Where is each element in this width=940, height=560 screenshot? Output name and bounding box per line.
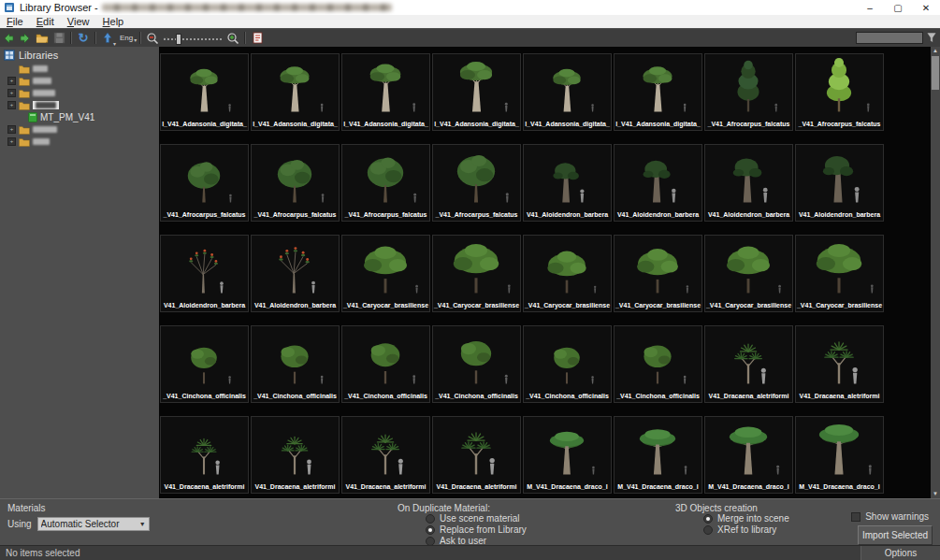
menu-view[interactable]: View [61, 15, 96, 28]
grid-item[interactable]: _V41_Cinchona_officinalis [341, 325, 430, 403]
grid-item[interactable]: l_V41_Adansonia_digitata_ [341, 53, 430, 131]
radio-button[interactable] [703, 525, 713, 535]
expander-icon[interactable]: + [7, 89, 16, 97]
maximize-button[interactable]: ▢ [884, 0, 912, 15]
radio-button[interactable] [703, 514, 713, 524]
objects-creation-option-1[interactable]: XRef to library [703, 524, 789, 535]
grid-item[interactable]: l_V41_Adansonia_digitata_ [614, 53, 702, 131]
expander-icon[interactable]: + [7, 125, 16, 134]
close-button[interactable]: ✕ [912, 0, 940, 15]
filter-funnel-icon[interactable] [925, 32, 938, 44]
radio-button[interactable] [426, 514, 435, 524]
grid-item[interactable]: l_V41_Adansonia_digitata_ [523, 53, 612, 131]
grid-item-label: M_V41_Dracaena_draco_l [705, 481, 792, 493]
tree-item-folder[interactable]: + [0, 123, 159, 136]
grid-item[interactable]: _V41_Afrocarpus_falcatus [160, 144, 249, 222]
expander-icon[interactable]: + [7, 137, 16, 146]
grid-item[interactable]: V41_Aloidendron_barbera [795, 144, 884, 222]
grid-item[interactable]: _V41_Afrocarpus_falcatus [341, 144, 430, 222]
grid-item[interactable]: V41_Dracaena_aletriformi [704, 325, 793, 403]
radio-label: Merge into scene [717, 513, 789, 524]
grid-item[interactable]: _V41_Cinchona_officinalis [432, 325, 521, 403]
grid-item[interactable]: _V41_Afrocarpus_falcatus [795, 53, 884, 131]
refresh-button[interactable]: ↻ [75, 31, 92, 46]
zoom-in-button[interactable] [224, 31, 241, 46]
options-button[interactable]: Options [860, 546, 940, 560]
grid-item[interactable]: _V41_Caryocar_brasiliense [795, 235, 884, 312]
grid-item[interactable]: V41_Aloidendron_barbera [251, 235, 340, 312]
forward-button[interactable] [17, 31, 34, 46]
tree-item-folder[interactable]: + [0, 136, 159, 148]
grid-item[interactable]: V41_Dracaena_aletriformi [341, 416, 430, 494]
grid-item[interactable]: _V41_Cinchona_officinalis [614, 325, 702, 403]
tree-item-folder[interactable]: + [0, 99, 159, 111]
grid-item[interactable]: V41_Aloidendron_barbera [614, 144, 702, 222]
duplicate-material-option-1[interactable]: Replace from Library [426, 524, 527, 535]
menu-edit[interactable]: Edit [30, 15, 61, 28]
save-button[interactable] [51, 31, 67, 46]
vertical-scrollbar[interactable]: ▲ ▼ [931, 47, 940, 498]
materials-section-title: Materials [7, 503, 46, 513]
grid-item[interactable]: V41_Dracaena_aletriformi [432, 416, 521, 494]
grid-item[interactable]: _V41_Afrocarpus_falcatus [432, 144, 521, 222]
grid-item[interactable]: M_V41_Dracaena_draco_l [795, 416, 884, 494]
grid-item[interactable]: M_V41_Dracaena_draco_l [523, 416, 612, 494]
grid-item[interactable]: l_V41_Adansonia_digitata_ [251, 53, 340, 131]
search-input[interactable] [856, 32, 923, 44]
grid-item[interactable]: _V41_Afrocarpus_falcatus [251, 144, 340, 222]
tree-item-folder[interactable] [0, 63, 159, 75]
thumbnail-size-slider[interactable]: :: [164, 33, 222, 44]
language-dropdown[interactable]: Eng ▾ [116, 34, 137, 42]
grid-item[interactable]: _V41_Afrocarpus_falcatus [704, 53, 793, 131]
expander-icon[interactable]: + [7, 101, 16, 109]
back-button[interactable] [0, 31, 17, 46]
grid-item[interactable]: _V41_Caryocar_brasiliense [523, 235, 612, 312]
minimize-button[interactable]: – [856, 0, 884, 15]
tree-item-folder[interactable]: + [0, 87, 159, 99]
grid-item[interactable]: _V41_Cinchona_officinalis [251, 325, 340, 403]
scroll-down-arrow[interactable]: ▼ [931, 490, 940, 498]
grid-item[interactable]: V41_Aloidendron_barbera [704, 144, 793, 222]
radio-button[interactable] [426, 537, 435, 546]
duplicate-material-title: On Duplicate Material: [398, 503, 490, 513]
grid-item[interactable]: _V41_Cinchona_officinalis [523, 325, 612, 403]
objects-creation-option-0[interactable]: Merge into scene [703, 513, 789, 524]
grid-item[interactable]: M_V41_Dracaena_draco_l [704, 416, 793, 494]
tree-thumbnail-image [796, 54, 883, 119]
scrollbar-thumb[interactable] [932, 56, 939, 90]
grid-item[interactable]: V41_Aloidendron_barbera [160, 235, 249, 312]
open-library-button[interactable] [34, 31, 51, 46]
material-selector-dropdown[interactable]: Automatic Selector ▼ [37, 517, 150, 531]
forward-icon [19, 32, 32, 45]
grid-item[interactable]: _V41_Caryocar_brasiliense [432, 235, 521, 312]
zoom-out-button[interactable] [144, 31, 161, 46]
grid-item[interactable]: V41_Dracaena_aletriformi [795, 325, 884, 403]
report-button[interactable] [249, 31, 266, 46]
menu-help[interactable]: Help [96, 15, 131, 28]
grid-item[interactable]: M_V41_Dracaena_draco_l [614, 416, 702, 494]
grid-item[interactable]: _V41_Cinchona_officinalis [160, 325, 249, 403]
grid-item[interactable]: V41_Dracaena_aletriformi [251, 416, 340, 494]
tree-item-folder[interactable]: + [0, 75, 159, 87]
save-icon [53, 32, 65, 44]
sort-button[interactable]: ▾ [99, 31, 116, 46]
grid-item[interactable]: _V41_Caryocar_brasiliense [341, 235, 430, 312]
expander-icon[interactable]: + [7, 77, 16, 85]
slider-handle[interactable] [176, 34, 181, 45]
grid-item[interactable]: V41_Dracaena_aletriformi [160, 416, 249, 494]
grid-item[interactable]: l_V41_Adansonia_digitata_ [160, 53, 249, 131]
grid-item[interactable]: _V41_Caryocar_brasiliense [614, 235, 702, 312]
objects-creation-title: 3D Objects creation [675, 503, 758, 513]
radio-button[interactable] [426, 525, 435, 535]
tree-item-MT_PM_V41[interactable]: MT_PM_V41 [0, 111, 159, 123]
show-warnings-option[interactable]: Show warnings [851, 511, 929, 522]
grid-item-label: _V41_Caryocar_brasiliense [433, 300, 520, 311]
grid-item[interactable]: l_V41_Adansonia_digitata_ [432, 53, 521, 131]
menu-file[interactable]: File [0, 15, 30, 28]
grid-item[interactable]: V41_Aloidendron_barbera [523, 144, 612, 222]
grid-item[interactable]: _V41_Caryocar_brasiliense [704, 235, 793, 312]
show-warnings-checkbox[interactable] [851, 512, 860, 522]
duplicate-material-option-0[interactable]: Use scene material [426, 513, 527, 524]
scroll-up-arrow[interactable]: ▲ [931, 47, 940, 55]
import-selected-button[interactable]: Import Selected [858, 525, 933, 545]
